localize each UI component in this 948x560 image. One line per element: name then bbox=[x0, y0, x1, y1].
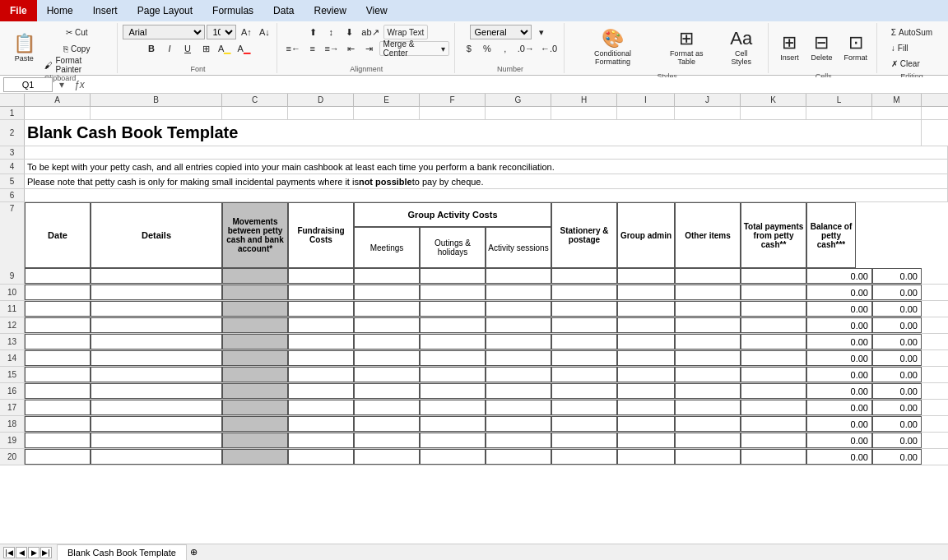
cell-11-10[interactable] bbox=[741, 301, 806, 317]
cell-14-9[interactable] bbox=[675, 350, 741, 366]
fill-button[interactable]: ↓ Fill bbox=[888, 40, 936, 55]
cell-13-3[interactable] bbox=[288, 334, 354, 349]
cell-10-9[interactable] bbox=[675, 285, 741, 300]
cell-9-12[interactable]: 0.00 bbox=[872, 268, 922, 284]
cell-k1[interactable] bbox=[741, 107, 806, 119]
cell-12-6[interactable] bbox=[486, 317, 551, 333]
tab-page-layout[interactable]: Page Layout bbox=[128, 0, 202, 21]
conditional-formatting-button[interactable]: 🎨 Conditional Formatting bbox=[571, 25, 654, 71]
align-left-button[interactable]: ≡← bbox=[284, 41, 303, 56]
cell-13-5[interactable] bbox=[420, 334, 486, 349]
cell-15-8[interactable] bbox=[617, 367, 675, 382]
cell-20-3[interactable] bbox=[288, 449, 354, 465]
cell-20-9[interactable] bbox=[675, 449, 741, 465]
cell-11-5[interactable] bbox=[420, 301, 486, 317]
cell-12-10[interactable] bbox=[741, 317, 806, 333]
cell-9-2[interactable] bbox=[222, 268, 288, 284]
cell-15-12[interactable]: 0.00 bbox=[872, 367, 922, 382]
col-header-b[interactable]: B bbox=[91, 94, 222, 106]
align-right-button[interactable]: ≡→ bbox=[323, 41, 342, 56]
tab-view[interactable]: View bbox=[356, 0, 397, 21]
cell-14-2[interactable] bbox=[222, 350, 288, 366]
cell-14-8[interactable] bbox=[617, 350, 675, 366]
cell-20-5[interactable] bbox=[420, 449, 486, 465]
merge-center-button[interactable]: Merge & Center ▾ bbox=[379, 41, 449, 56]
cell-14-4[interactable] bbox=[354, 350, 420, 366]
tab-home[interactable]: Home bbox=[37, 0, 83, 21]
cell-16-12[interactable]: 0.00 bbox=[872, 383, 922, 399]
cell-15-10[interactable] bbox=[741, 367, 806, 382]
cell-13-9[interactable] bbox=[675, 334, 741, 349]
cell-19-7[interactable] bbox=[551, 433, 617, 448]
cell-c1[interactable] bbox=[222, 107, 288, 119]
merge-dropdown-icon[interactable]: ▾ bbox=[441, 44, 445, 53]
cell-9-8[interactable] bbox=[617, 268, 675, 284]
cell-13-11[interactable]: 0.00 bbox=[806, 334, 872, 349]
col-header-g[interactable]: G bbox=[486, 94, 551, 106]
cell-a2[interactable]: Blank Cash Book Template bbox=[25, 120, 922, 146]
cell-11-3[interactable] bbox=[288, 301, 354, 317]
cell-17-1[interactable] bbox=[91, 400, 222, 415]
cell-12-2[interactable] bbox=[222, 317, 288, 333]
cell-16-8[interactable] bbox=[617, 383, 675, 399]
cell-16-6[interactable] bbox=[486, 383, 551, 399]
cell-17-7[interactable] bbox=[551, 400, 617, 415]
cell-12-5[interactable] bbox=[420, 317, 486, 333]
cell-15-9[interactable] bbox=[675, 367, 741, 382]
cell-18-4[interactable] bbox=[354, 416, 420, 432]
cell-9-11[interactable]: 0.00 bbox=[806, 268, 872, 284]
cell-14-5[interactable] bbox=[420, 350, 486, 366]
cell-18-0[interactable] bbox=[25, 416, 91, 432]
cell-17-3[interactable] bbox=[288, 400, 354, 415]
cell-m1[interactable] bbox=[872, 107, 922, 119]
cell-18-8[interactable] bbox=[617, 416, 675, 432]
cell-9-1[interactable] bbox=[91, 268, 222, 284]
cell-j1[interactable] bbox=[675, 107, 741, 119]
cell-18-1[interactable] bbox=[91, 416, 222, 432]
cell-row3[interactable] bbox=[25, 146, 948, 159]
cell-12-7[interactable] bbox=[551, 317, 617, 333]
cell-10-2[interactable] bbox=[222, 285, 288, 300]
cell-f1[interactable] bbox=[420, 107, 486, 119]
cell-12-0[interactable] bbox=[25, 317, 91, 333]
cell-10-6[interactable] bbox=[486, 285, 551, 300]
cell-11-1[interactable] bbox=[91, 301, 222, 317]
indent-inc-button[interactable]: ⇥ bbox=[361, 41, 378, 56]
cell-20-0[interactable] bbox=[25, 449, 91, 465]
format-as-table-button[interactable]: ⊞ Format as Table bbox=[656, 25, 718, 71]
align-middle-button[interactable]: ↕ bbox=[323, 25, 339, 39]
cell-12-11[interactable]: 0.00 bbox=[806, 317, 872, 333]
cell-15-2[interactable] bbox=[222, 367, 288, 382]
comma-button[interactable]: , bbox=[497, 41, 514, 56]
cell-12-4[interactable] bbox=[354, 317, 420, 333]
underline-button[interactable]: U bbox=[179, 41, 196, 56]
cell-20-2[interactable] bbox=[222, 449, 288, 465]
cell-20-6[interactable] bbox=[486, 449, 551, 465]
currency-button[interactable]: $ bbox=[461, 41, 477, 56]
col-header-c[interactable]: C bbox=[222, 94, 288, 106]
cell-11-11[interactable]: 0.00 bbox=[806, 301, 872, 317]
font-family-select[interactable]: Arial bbox=[123, 25, 205, 39]
cell-19-10[interactable] bbox=[741, 433, 806, 448]
cell-19-2[interactable] bbox=[222, 433, 288, 448]
cell-19-5[interactable] bbox=[420, 433, 486, 448]
cell-12-1[interactable] bbox=[91, 317, 222, 333]
cell-12-9[interactable] bbox=[675, 317, 741, 333]
cell-15-7[interactable] bbox=[551, 367, 617, 382]
insert-button[interactable]: ⊞ Insert bbox=[774, 25, 804, 71]
wrap-text-button[interactable]: Wrap Text bbox=[383, 25, 429, 39]
cell-18-5[interactable] bbox=[420, 416, 486, 432]
cell-18-12[interactable]: 0.00 bbox=[872, 416, 922, 432]
cell-11-6[interactable] bbox=[486, 301, 551, 317]
cell-10-8[interactable] bbox=[617, 285, 675, 300]
prev-tab-button[interactable]: ◀ bbox=[16, 547, 27, 553]
cell-10-7[interactable] bbox=[551, 285, 617, 300]
cell-17-5[interactable] bbox=[420, 400, 486, 415]
sheet-container[interactable]: 1 2 Blank Cash Book Template 3 4 To be k… bbox=[0, 107, 948, 552]
cell-20-11[interactable]: 0.00 bbox=[806, 449, 872, 465]
col-header-l[interactable]: L bbox=[806, 94, 872, 106]
cell-16-9[interactable] bbox=[675, 383, 741, 399]
cell-14-3[interactable] bbox=[288, 350, 354, 366]
cell-15-5[interactable] bbox=[420, 367, 486, 382]
cell-b1[interactable] bbox=[91, 107, 222, 119]
